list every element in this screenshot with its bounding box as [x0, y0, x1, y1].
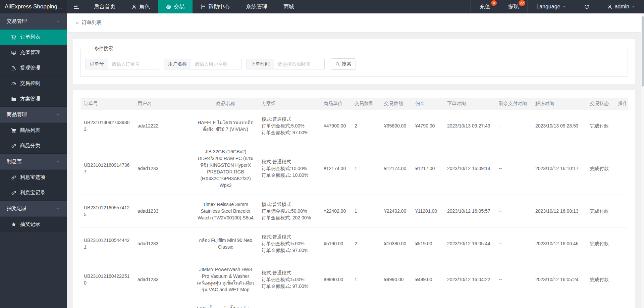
cell-quantity: 1	[351, 195, 381, 227]
withdraw-label: 提现	[508, 3, 519, 10]
cell-unfreeze-time: 2023/10/13 09:28:53	[532, 110, 587, 142]
cell-quantity: 2	[351, 110, 381, 142]
refresh-icon	[584, 4, 589, 9]
sidebar-item-5[interactable]: 交易控制	[0, 76, 67, 91]
cell-order-time: 2023/10/12 15:50:29	[444, 299, 495, 308]
withdraw-badge: 22	[519, 0, 525, 6]
cell-unfreeze-time: 2023/10/12 16:06:46	[532, 227, 587, 260]
order-table: 订单号用户名商品名称方案组商品单价交易数量交易数额佣金下单时间剩余支付时间解冻时…	[80, 98, 628, 308]
cell-order-no: UB2310121550293861	[80, 299, 134, 308]
col-header-13: 操作	[615, 98, 628, 110]
cell-username: adad1233	[134, 299, 193, 308]
breadcrumb: » 订单列表	[67, 13, 644, 32]
sidebar-item-11[interactable]: 利息宝选项	[0, 170, 67, 185]
cell-order-time: 2023/10/12 16:05:57	[444, 195, 495, 227]
scrollbar-thumb[interactable]	[642, 16, 644, 87]
sidebar-group-10[interactable]: 利息宝	[0, 154, 67, 170]
col-header-3: 商品名称	[193, 98, 258, 110]
search-input-3[interactable]	[274, 59, 325, 69]
sidebar-item-label: 提现管理	[20, 65, 40, 71]
sidebar-item-label: 充值管理	[20, 49, 40, 56]
sidebar-item-8[interactable]: 商品列表	[0, 123, 67, 138]
cell-amount: ¥9990.00	[381, 260, 412, 299]
cell-status: 完成付款	[587, 195, 615, 227]
col-header-4: 方案组	[258, 98, 320, 110]
cell-action	[615, 260, 628, 299]
recharge-label: 充值	[479, 3, 490, 10]
cell-product: LEE เสื้อคลุมฮู้ดดี้มีซิป ผู้ชาย / ผู้หญ…	[193, 299, 258, 308]
vertical-scrollbar[interactable]	[641, 13, 644, 308]
cell-status: 完成付款	[587, 227, 615, 260]
cell-remaining-pay-time: --	[495, 299, 532, 308]
menu-toggle-icon[interactable]	[67, 0, 86, 13]
chevron-up-icon	[631, 5, 635, 9]
sidebar-item-label: 订单列表	[20, 34, 40, 40]
search-fieldset: 条件搜索 订单号用户名称下单时间搜索	[80, 46, 628, 77]
top-nav-item-2[interactable]: 角色	[123, 0, 158, 13]
search-button[interactable]: 搜索	[331, 58, 356, 70]
billboard-icon	[11, 50, 16, 55]
search-field-label: 下单时间	[247, 59, 274, 69]
cell-remaining-pay-time: --	[495, 142, 532, 195]
sidebar-item-2[interactable]: 订单列表	[0, 30, 67, 45]
cell-order-no: UB2310121605574125	[80, 195, 134, 227]
refresh-button[interactable]	[575, 0, 598, 13]
sidebar-item-4[interactable]: 提现管理	[0, 60, 67, 76]
search-field-1: 订单号	[86, 59, 159, 69]
cart-icon	[11, 35, 16, 40]
top-nav-item-4[interactable]: 帮助中心	[193, 0, 238, 13]
sidebar-item-label: 交易控制	[20, 80, 40, 87]
chevron-down-icon	[56, 19, 60, 23]
sidebar-item-label: 利息宝记录	[20, 190, 45, 196]
cell-username: adad1233	[134, 260, 193, 299]
sidebar-item-14[interactable]: 抽奖记录	[0, 217, 67, 232]
sidebar-group-13[interactable]: 抽奖记录	[0, 201, 67, 217]
withdraw-button[interactable]: 提现22	[499, 0, 527, 13]
cell-amount: ¥22402.00	[381, 195, 412, 227]
recharge-button[interactable]: 充值0	[470, 0, 499, 13]
top-nav-label: 交易	[174, 3, 184, 10]
col-header-7: 交易数额	[381, 98, 412, 110]
search-input-1[interactable]	[108, 59, 159, 69]
table-row: UB2310121609147367adad1233JIB 32GB (16GB…	[80, 142, 628, 195]
link-icon	[11, 143, 16, 149]
search-button-label: 搜索	[342, 61, 351, 67]
top-nav-item-3[interactable]: 交易	[158, 0, 193, 13]
sidebar-group-7[interactable]: 商品管理	[0, 107, 67, 123]
cell-plan: 模式:普通模式订单佣金模式:10.00%订单金额模式: 10.00%	[258, 142, 320, 195]
top-nav: 后台首页角色交易帮助中心系统管理商城	[86, 0, 302, 13]
sidebar-group-label: 利息宝	[7, 158, 22, 165]
top-nav-item-5[interactable]: 系统管理	[238, 0, 275, 13]
cell-order-time: 2023/10/12 16:09:14	[444, 142, 495, 195]
cell-unit-price: ¥47900.00	[320, 110, 351, 142]
user-icon	[607, 4, 612, 9]
col-header-1: 订单号	[80, 98, 134, 110]
sidebar-group-label: 抽奖记录	[7, 205, 27, 212]
language-selector[interactable]: Language	[527, 0, 575, 13]
cell-unit-price: ¥12174.00	[320, 142, 351, 195]
table-row: UB2310121550293861adad1233LEE เสื้อคลุมฮ…	[80, 299, 628, 308]
cell-quantity: 2	[351, 227, 381, 260]
sidebar-item-label: 利息宝选项	[20, 174, 45, 181]
sidebar-group-1[interactable]: 交易管理	[0, 13, 67, 30]
sidebar-item-3[interactable]: 充值管理	[0, 45, 67, 60]
order-table-panel: 订单号用户名商品名称方案组商品单价交易数量交易数额佣金下单时间剩余支付时间解冻时…	[73, 90, 635, 308]
cell-amount: ¥95800.00	[381, 110, 412, 142]
sidebar-item-12[interactable]: 利息宝记录	[0, 185, 67, 201]
cell-unit-price: ¥22402.00	[320, 195, 351, 227]
table-row: UB2310121604222510adad1233JIMMY PowerWas…	[80, 260, 628, 299]
sidebar-item-label: 商品列表	[20, 127, 40, 134]
cell-remaining-pay-time: --	[495, 195, 532, 227]
top-nav-label: 后台首页	[94, 3, 115, 10]
search-icon	[335, 62, 340, 66]
top-nav-item-6[interactable]: 商城	[275, 0, 302, 13]
top-nav-item-1[interactable]: 后台首页	[86, 0, 123, 13]
tachometer-icon	[11, 81, 16, 86]
cell-unfreeze-time: 2023/10/12 16:05:24	[532, 260, 587, 299]
sidebar-item-6[interactable]: 方案管理	[0, 91, 67, 107]
folder-icon	[11, 96, 16, 102]
user-menu[interactable]: admin	[598, 0, 644, 13]
search-input-2[interactable]	[191, 59, 242, 69]
flag-icon	[201, 4, 206, 9]
sidebar-item-9[interactable]: 商品分类	[0, 138, 67, 154]
